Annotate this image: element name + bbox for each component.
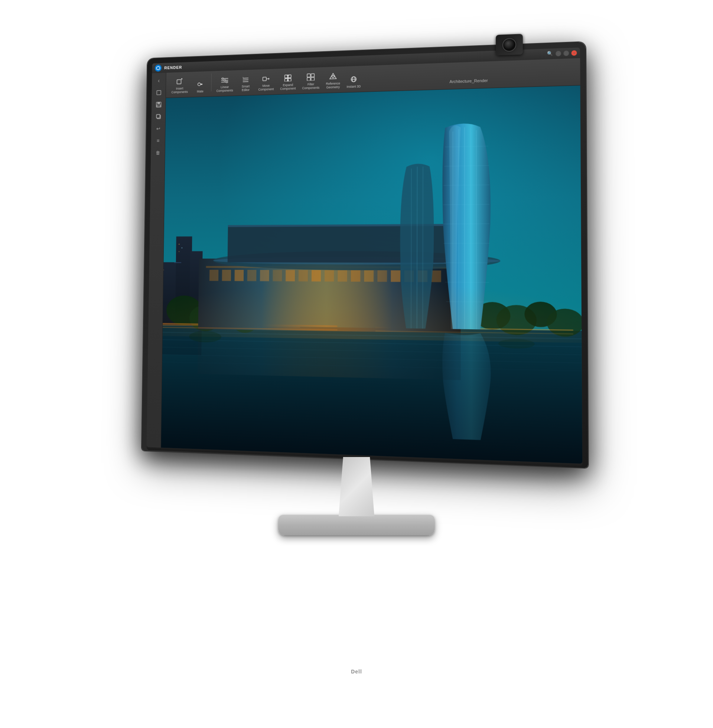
linear-components-label: LinearComponents: [216, 85, 233, 92]
expand-component-label: ExpandComponent: [280, 83, 295, 91]
architecture-scene: [161, 85, 582, 464]
app-logo: [155, 64, 161, 71]
viewport[interactable]: [161, 85, 582, 464]
instant-3d-label: Instant 3D: [346, 84, 361, 88]
svg-point-38: [332, 75, 334, 77]
svg-rect-33: [307, 73, 310, 77]
sidebar-item-delete[interactable]: 🗑: [153, 147, 163, 158]
sidebar-item-back[interactable]: ‹: [154, 75, 164, 85]
app-content: ‹: [147, 58, 582, 464]
insert-components-icon: [176, 77, 183, 86]
svg-rect-26: [289, 74, 291, 77]
reference-geometry-icon: [329, 72, 337, 80]
sidebar-item-save[interactable]: [154, 100, 163, 110]
svg-rect-16: [224, 79, 226, 80]
move-component-label: MoveComponent: [258, 83, 274, 91]
svg-line-19: [243, 79, 248, 80]
svg-rect-36: [311, 77, 315, 80]
sidebar-item-info[interactable]: ≡: [154, 135, 163, 146]
monitor-wrapper: RENDER 🔍 ─ □ ✕ ‹: [115, 49, 598, 680]
svg-line-18: [243, 77, 248, 78]
camera-lens: [503, 37, 516, 52]
svg-rect-22: [263, 77, 267, 80]
close-button[interactable]: ✕: [571, 50, 577, 56]
mate-icon: [197, 80, 204, 89]
svg-rect-6: [156, 114, 160, 118]
move-component-icon: [262, 74, 270, 83]
app-title: RENDER: [164, 65, 182, 70]
toolbar-mate[interactable]: Mate: [191, 79, 209, 95]
svg-rect-3: [157, 102, 160, 104]
reference-geometry-label: ReferenceGeometry: [326, 81, 340, 89]
svg-rect-1: [157, 90, 161, 95]
svg-rect-8: [177, 79, 181, 84]
sidebar-item-copy[interactable]: [154, 112, 163, 121]
viewport-background: [161, 85, 582, 464]
svg-rect-17: [226, 81, 228, 82]
toolbar-divider-1: [211, 73, 212, 91]
main-area: InsertComponents Mate: [161, 58, 582, 464]
svg-rect-4: [157, 105, 160, 107]
svg-marker-24: [268, 77, 270, 79]
title-bar-controls: 🔍 ─ □ ✕: [547, 50, 577, 57]
mate-label: Mate: [197, 89, 203, 93]
camera-module: [496, 34, 523, 55]
search-icon[interactable]: 🔍: [547, 51, 553, 57]
filter-components-label: FilterComponents: [302, 82, 320, 89]
minimize-button[interactable]: ─: [556, 51, 561, 56]
svg-text:+: +: [243, 76, 244, 78]
smart-editor-label: SmartEditor: [242, 84, 250, 92]
toolbar-reference-geometry[interactable]: ReferenceGeometry: [323, 70, 343, 91]
monitor-stand-base: Dell: [279, 515, 434, 535]
toolbar-smart-editor[interactable]: + SmartEditor: [237, 74, 255, 93]
monitor-stand-neck: [334, 457, 379, 517]
sidebar-item-undo[interactable]: ↩: [154, 123, 163, 133]
insert-components-label: InsertComponents: [171, 86, 188, 94]
toolbar-filter-components[interactable]: FilterComponents: [299, 71, 322, 91]
svg-rect-34: [311, 73, 315, 77]
svg-marker-0: [156, 66, 160, 70]
sidebar-item-new[interactable]: [154, 87, 163, 97]
toolbar-linear-components[interactable]: LinearComponents: [213, 75, 236, 94]
screen-bezel: RENDER 🔍 ─ □ ✕ ‹: [147, 47, 582, 463]
dell-brand-logo: Dell: [351, 668, 362, 674]
file-title: Architecture_Render: [449, 78, 488, 83]
svg-rect-15: [222, 77, 224, 79]
filter-components-icon: [307, 73, 315, 82]
monitor-outer: RENDER 🔍 ─ □ ✕ ‹: [142, 42, 588, 468]
linear-components-icon: [221, 76, 229, 84]
screen-content: RENDER 🔍 ─ □ ✕ ‹: [147, 47, 582, 463]
maximize-button[interactable]: □: [563, 51, 569, 56]
svg-rect-35: [307, 77, 310, 80]
toolbar-move-component[interactable]: MoveComponent: [255, 73, 277, 92]
svg-point-11: [198, 82, 201, 85]
instant-3d-icon: [350, 75, 358, 84]
smart-editor-icon: +: [242, 76, 249, 83]
toolbar-insert-components[interactable]: InsertComponents: [169, 76, 191, 95]
toolbar-expand-component[interactable]: ExpandComponent: [277, 72, 299, 92]
toolbar-instant-3d[interactable]: Instant 3D: [344, 73, 364, 90]
expand-component-icon: [284, 74, 292, 82]
